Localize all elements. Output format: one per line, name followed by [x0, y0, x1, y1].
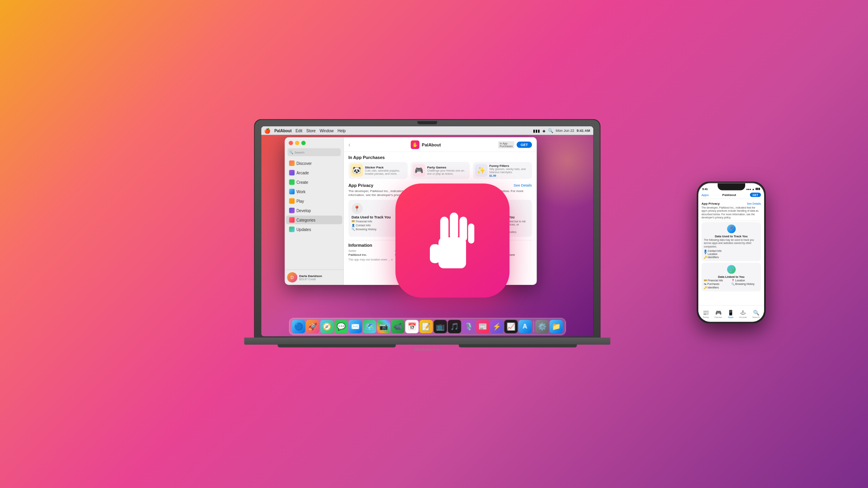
sidebar-item-categories-label: Categories [296, 218, 315, 222]
iphone-privacy-header: App Privacy See Details [701, 202, 761, 205]
iphone-tab-games[interactable]: 🎮 Games [714, 309, 722, 318]
minimize-button[interactable] [295, 141, 299, 145]
updates-icon [289, 227, 294, 232]
dock-icon-calendar[interactable]: 📅 [405, 320, 418, 333]
sidebar-item-categories[interactable]: Categories [286, 216, 342, 224]
dock-icon-stocks[interactable]: 📈 [504, 320, 517, 333]
iphone-see-details[interactable]: See Details [747, 202, 761, 205]
svg-rect-4 [459, 216, 467, 241]
sidebar-item-discover[interactable]: Discover [286, 159, 342, 168]
iphone: 9:41 ●●● ▲ ▮▮▮ Apps PalAbout GET [697, 182, 766, 323]
maximize-button[interactable] [301, 141, 305, 145]
close-button[interactable] [289, 141, 293, 145]
hand-icon-background [395, 183, 509, 298]
iphone-tab-bar: 📰 Today 🎮 Games 📱 Apps 🕹 Arcade 🔍 [698, 305, 764, 322]
dock-icon-messages[interactable]: 💬 [334, 320, 347, 333]
iap-item-funny[interactable]: ✨ Funny Filters Silly glasses, wacky hat… [473, 162, 532, 179]
dock: 🔵 🚀 🧭 💬 ✉️ 🗺️ 📷 📹 📅 📝 📺 🎵 🎙️ 📰 ⚡ 📈 A ⚙️ [289, 318, 565, 335]
dock-icon-maps[interactable]: 🗺️ [362, 320, 376, 333]
macbook-foot-right [459, 344, 577, 348]
menubar-search[interactable]: 🔍 [548, 128, 553, 133]
dock-divider [533, 321, 533, 332]
linked-financial: 💳 Financial Info [704, 279, 731, 282]
dock-icon-music[interactable]: 🎵 [447, 320, 461, 333]
iphone-track-items: 👤 Contact Info 📍 Location 🔑 Identifiers [704, 250, 759, 259]
dock-icon-tv[interactable]: 📺 [433, 320, 446, 333]
dock-icon-notes[interactable]: 📝 [419, 320, 432, 333]
avatar: D [287, 272, 297, 283]
sidebar-item-play[interactable]: Play [286, 197, 342, 205]
iphone-power [765, 214, 766, 226]
iphone-volume-up [697, 210, 698, 219]
sidebar-item-create[interactable]: Create [286, 178, 342, 187]
sidebar-item-updates-label: Updates [296, 227, 311, 231]
dock-icon-finder[interactable]: 🔵 [291, 320, 305, 333]
macbook-foot-left [278, 344, 396, 348]
search-placeholder: Search [294, 150, 304, 154]
linked-browsing: 🔍 Browsing History [731, 283, 759, 286]
get-button[interactable]: GET [516, 142, 532, 148]
dock-icon-news[interactable]: 📰 [476, 320, 489, 333]
search-icon: 🔍 [289, 150, 293, 154]
sidebar-item-arcade[interactable]: Arcade [286, 168, 342, 177]
dock-icon-launchpad[interactable]: 🚀 [305, 320, 319, 333]
party-games-desc: Challenge your friends one-on-one or pla… [427, 169, 468, 176]
play-icon [289, 198, 294, 204]
iphone-track-section: 📍 Data Used to Track You The following d… [701, 222, 761, 261]
iphone-tab-apps[interactable]: 📱 Apps [727, 309, 734, 318]
iphone-tab-search[interactable]: 🔍 Search [752, 309, 760, 318]
iap-item-sticker[interactable]: 🐼 Sticker Pack Cute cats, adorable puppi… [348, 162, 407, 179]
sidebar-item-updates[interactable]: Updates [286, 225, 342, 234]
sidebar-item-develop[interactable]: Develop [286, 206, 342, 215]
iphone-status-right: ●●● ▲ ▮▮▮ [746, 187, 760, 190]
dock-icon-finder2[interactable]: 📁 [549, 320, 563, 333]
app-title-section: ✋ PalAbout [353, 140, 498, 149]
menubar-appstore[interactable]: PalAbout [274, 128, 292, 133]
party-games-name: Party Games [427, 165, 468, 169]
menubar-help[interactable]: Help [338, 128, 346, 133]
iap-item-party[interactable]: 🎮 Party Games Challenge your friends one… [411, 162, 470, 179]
sidebar-item-work-label: Work [296, 189, 305, 194]
sticker-pack-desc: Cute cats, adorable puppies, lovable pan… [365, 169, 405, 176]
user-credit: $29.97 Credit [299, 278, 322, 281]
privacy-see-details[interactable]: See Details [514, 183, 532, 187]
apple-menu[interactable]: 🍎 [264, 128, 270, 133]
iphone-track-desc: The following data may be used to track … [704, 238, 759, 248]
dock-icon-appstore[interactable]: A [518, 320, 531, 333]
iphone-volume-down [697, 221, 698, 230]
iphone-get-button[interactable]: GET [750, 193, 761, 197]
seller-label: Seller [348, 249, 392, 253]
iphone-linked-items: 💳 Financial Info 📍 Location 🛍 Purchases … [704, 279, 759, 289]
sidebar-item-develop-label: Develop [296, 208, 311, 213]
dock-icon-podcasts[interactable]: 🎙️ [461, 320, 475, 333]
menubar-wifi: ◈ [542, 128, 546, 133]
menubar-window[interactable]: Window [320, 128, 334, 133]
sidebar-search[interactable]: 🔍 Search [287, 148, 341, 156]
dock-icon-syspreferences[interactable]: ⚙️ [535, 320, 548, 333]
dock-icon-photos[interactable]: 📷 [376, 320, 390, 333]
dock-icon-mail[interactable]: ✉️ [348, 320, 361, 333]
menubar-store[interactable]: Store [306, 128, 316, 133]
iphone-linked-title: Data Linked to You [704, 275, 759, 279]
categories-icon [289, 217, 294, 223]
back-button[interactable]: ‹ [348, 141, 350, 148]
dock-icon-shortcuts[interactable]: ⚡ [490, 320, 503, 333]
iphone-tab-arcade[interactable]: 🕹 Arcade [739, 309, 747, 318]
menubar-date: Mon Jun 22 [556, 129, 574, 133]
macbook-base [244, 338, 610, 345]
iphone-privacy-desc: The developer, PalAbout Inc., indicated … [701, 206, 761, 220]
linked-purchases: 🛍 Purchases [704, 283, 731, 286]
sticker-pack-name: Sticker Pack [365, 165, 405, 169]
iap-title: In App Purchases [348, 155, 532, 160]
linked-location: 📍 Location [731, 279, 759, 282]
iphone-back-button[interactable]: Apps [701, 193, 709, 197]
app-name-header: PalAbout [422, 142, 441, 147]
sidebar-item-discover-label: Discover [296, 161, 312, 165]
dock-icon-safari[interactable]: 🧭 [320, 320, 333, 333]
dock-icon-facetime[interactable]: 📹 [391, 320, 404, 333]
sidebar-item-create-label: Create [296, 180, 308, 184]
sidebar-item-work[interactable]: Work [286, 187, 342, 196]
party-games-info: Party Games Challenge your friends one-o… [427, 165, 468, 176]
menubar-edit[interactable]: Edit [296, 128, 302, 133]
iphone-tab-today[interactable]: 📰 Today [703, 309, 709, 318]
